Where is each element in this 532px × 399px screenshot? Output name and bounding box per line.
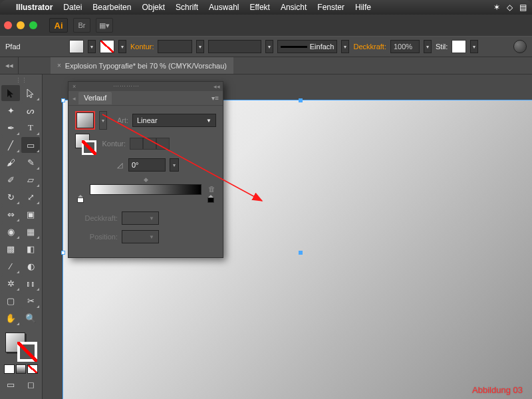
- fill-swatch-dropdown[interactable]: ▾: [88, 40, 96, 53]
- color-mode-none[interactable]: [27, 364, 38, 374]
- fill-stroke-indicator[interactable]: [1, 331, 41, 362]
- gradient-midpoint-icon[interactable]: ◆: [144, 176, 148, 184]
- stroke-swatch[interactable]: [100, 40, 114, 53]
- lasso-tool[interactable]: ᔕ: [21, 102, 40, 118]
- gradient-panel-header[interactable]: × ⋯⋯⋯⋯ ◂◂: [68, 82, 223, 91]
- selection-center-point[interactable]: [299, 251, 303, 255]
- gradient-stroke-thumb[interactable]: [82, 140, 96, 155]
- symbol-sprayer-tool[interactable]: ✲: [1, 275, 20, 291]
- menu-effekt[interactable]: Effekt: [249, 3, 269, 12]
- width-tool[interactable]: ⇔: [1, 206, 20, 222]
- direct-selection-tool[interactable]: [21, 85, 40, 101]
- menu-schrift[interactable]: Schrift: [176, 3, 198, 12]
- gradient-thumbnail[interactable]: [75, 111, 95, 130]
- stop-position-input[interactable]: ▼: [122, 230, 159, 243]
- gradient-thumbnail-dropdown[interactable]: ▾: [99, 111, 107, 130]
- scale-tool[interactable]: ⤢: [21, 189, 40, 205]
- type-tool[interactable]: T: [21, 120, 40, 136]
- tools-handle[interactable]: ⋮⋮: [1, 77, 41, 84]
- selection-handle-nw[interactable]: [61, 98, 65, 102]
- stop-opacity-input[interactable]: ▼: [122, 211, 159, 225]
- canvas-area[interactable]: × ⋯⋯⋯⋯ ◂◂ ◂ Verlauf ▾≡ ▾ Art: Linear▼: [43, 74, 532, 399]
- color-mode-color[interactable]: [4, 364, 15, 374]
- menu-ansicht[interactable]: Ansicht: [281, 3, 307, 12]
- gradient-tool[interactable]: ◧: [21, 241, 40, 257]
- stroke-swatch-dropdown[interactable]: ▾: [118, 40, 126, 53]
- rotate-tool[interactable]: ↻: [1, 189, 20, 205]
- arrange-documents-button[interactable]: ▦▾: [96, 18, 113, 33]
- panel-collapse-icon[interactable]: ◂◂: [213, 83, 220, 90]
- stroke-weight-dropdown[interactable]: ▾: [196, 40, 204, 53]
- panel-close-icon[interactable]: ×: [72, 83, 76, 90]
- stroke-indicator[interactable]: [17, 342, 37, 362]
- document-tab[interactable]: × Explosion Typografie* bei 70 % (CMYK/V…: [51, 57, 233, 74]
- gradient-slider[interactable]: ◆ 🗑: [75, 176, 216, 204]
- graphic-style-dropdown[interactable]: ▾: [470, 40, 478, 53]
- menu-datei[interactable]: Datei: [63, 3, 82, 12]
- window-close-button[interactable]: [4, 21, 12, 29]
- pen-tool[interactable]: ✒: [1, 120, 20, 136]
- selection-tool[interactable]: [1, 85, 20, 101]
- mesh-tool[interactable]: ▩: [1, 241, 20, 257]
- eyedropper-tool[interactable]: ⁄: [1, 258, 20, 274]
- magic-wand-tool[interactable]: ✦: [1, 102, 20, 118]
- shape-builder-tool[interactable]: ◉: [1, 223, 20, 239]
- drawing-mode-behind[interactable]: ◻: [21, 376, 40, 392]
- close-tab-icon[interactable]: ×: [57, 62, 61, 69]
- panel-tab-toggle-icon[interactable]: ◂: [72, 95, 76, 102]
- graphic-style-swatch[interactable]: [452, 40, 466, 53]
- selection-handle-n[interactable]: [299, 98, 303, 102]
- kontur-label[interactable]: Kontur:: [130, 43, 154, 51]
- fill-swatch[interactable]: [69, 40, 84, 53]
- dropbox-menubar-icon[interactable]: ◇: [507, 3, 513, 12]
- blob-brush-tool[interactable]: ✐: [1, 172, 20, 188]
- blend-tool[interactable]: ◐: [21, 258, 40, 274]
- stroke-gradient-mode-buttons[interactable]: [130, 138, 170, 150]
- brush-definition[interactable]: Einfach: [277, 40, 337, 53]
- evernote-menubar-icon[interactable]: ✶: [493, 3, 500, 12]
- pencil-tool[interactable]: ✎: [21, 154, 40, 170]
- menu-hilfe[interactable]: Hilfe: [355, 3, 371, 12]
- delete-stop-icon[interactable]: 🗑: [208, 185, 216, 194]
- variable-width-profile[interactable]: [208, 40, 261, 53]
- menu-auswahl[interactable]: Auswahl: [209, 3, 239, 12]
- gradient-panel[interactable]: × ⋯⋯⋯⋯ ◂◂ ◂ Verlauf ▾≡ ▾ Art: Linear▼: [68, 81, 223, 258]
- gradient-ramp[interactable]: [90, 184, 201, 195]
- window-minimize-button[interactable]: [17, 21, 25, 29]
- stroke-weight-input[interactable]: [158, 40, 192, 53]
- line-segment-tool[interactable]: ╱: [1, 137, 20, 153]
- slice-tool[interactable]: ✂: [21, 293, 40, 309]
- gradient-type-select[interactable]: Linear▼: [132, 114, 216, 127]
- gradient-angle-input[interactable]: 0°: [128, 158, 166, 172]
- window-zoom-button[interactable]: [29, 21, 37, 29]
- perspective-grid-tool[interactable]: ▦: [21, 223, 40, 239]
- zoom-tool[interactable]: 🔍: [21, 310, 40, 326]
- artboard-tool[interactable]: ▢: [1, 293, 20, 309]
- gradient-fill-stroke-toggle[interactable]: [75, 134, 95, 154]
- brush-definition-dropdown[interactable]: ▾: [341, 40, 349, 53]
- menu-objekt[interactable]: Objekt: [142, 3, 165, 12]
- gradient-stop-black[interactable]: [207, 195, 214, 203]
- menu-bearbeiten[interactable]: Bearbeiten: [92, 3, 131, 12]
- opacity-label[interactable]: Deckkraft:: [353, 43, 386, 51]
- menubar-extra-icon[interactable]: ▤: [519, 3, 527, 12]
- app-menu[interactable]: Illustrator: [16, 3, 53, 12]
- opacity-dropdown[interactable]: ▾: [424, 40, 432, 53]
- control-menu-button[interactable]: [513, 40, 527, 53]
- color-mode-gradient[interactable]: [16, 364, 27, 374]
- hand-tool[interactable]: ✋: [1, 310, 20, 326]
- variable-width-dropdown[interactable]: ▾: [265, 40, 273, 53]
- panel-collapse-icon[interactable]: ◂◂: [0, 57, 19, 74]
- column-graph-tool[interactable]: ⫾⫾: [21, 275, 40, 291]
- menu-fenster[interactable]: Fenster: [317, 3, 344, 12]
- gradient-stop-white[interactable]: [77, 195, 84, 203]
- rectangle-tool[interactable]: ▭: [21, 137, 40, 153]
- paintbrush-tool[interactable]: 🖌: [1, 154, 20, 170]
- eraser-tool[interactable]: ▱: [21, 172, 40, 188]
- drawing-mode-normal[interactable]: ▭: [1, 376, 20, 392]
- panel-menu-icon[interactable]: ▾≡: [211, 94, 219, 102]
- selection-handle-w[interactable]: [61, 251, 65, 255]
- gradient-angle-dropdown[interactable]: ▾: [170, 158, 179, 172]
- opacity-input[interactable]: 100%: [390, 40, 420, 53]
- gradient-tab[interactable]: Verlauf: [78, 92, 112, 104]
